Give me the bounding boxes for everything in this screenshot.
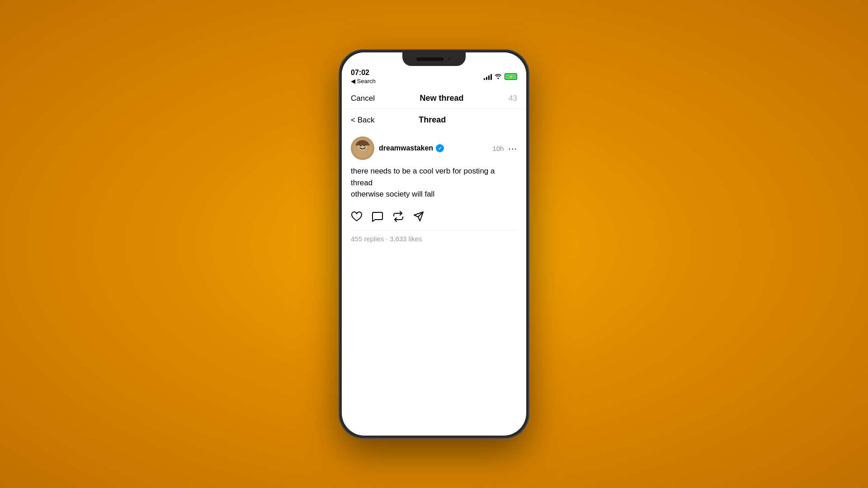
signal-bar-2 bbox=[486, 77, 487, 80]
thread-nav: < Back Thread bbox=[342, 109, 526, 129]
verified-badge: ✓ bbox=[436, 144, 444, 152]
post-author: dreamwastaken ✓ bbox=[351, 136, 444, 160]
post-line-2: otherwise society will fall bbox=[351, 190, 434, 198]
phone-device: 07:02 ◀ Search bbox=[339, 50, 529, 438]
wifi-icon bbox=[495, 73, 502, 80]
thread-page-title: Thread bbox=[419, 115, 446, 125]
repost-button[interactable] bbox=[392, 211, 404, 225]
post-body: there needs to be a cool verb for postin… bbox=[351, 165, 517, 200]
new-thread-header: Cancel New thread 43 bbox=[342, 88, 526, 109]
post-actions bbox=[351, 207, 517, 228]
post-meta: 10h ··· bbox=[492, 143, 517, 154]
speaker-icon bbox=[416, 57, 443, 61]
phone-notch bbox=[402, 52, 466, 66]
app-content: < Back Thread bbox=[342, 109, 526, 248]
author-info: dreamwastaken ✓ bbox=[379, 144, 444, 152]
post-line-1: there needs to be a cool verb for postin… bbox=[351, 167, 495, 187]
new-thread-title: New thread bbox=[420, 94, 463, 103]
share-button[interactable] bbox=[413, 211, 424, 225]
post-header: dreamwastaken ✓ 10h ··· bbox=[351, 136, 517, 160]
post-time: 10h bbox=[492, 145, 504, 152]
back-button[interactable]: < Back bbox=[351, 116, 374, 125]
post-stats: 455 replies · 3,633 likes bbox=[351, 230, 517, 248]
comment-button[interactable] bbox=[372, 211, 383, 225]
camera-icon bbox=[447, 57, 452, 61]
char-count: 43 bbox=[509, 94, 517, 103]
like-button[interactable] bbox=[351, 211, 363, 225]
signal-bar-3 bbox=[488, 75, 490, 80]
status-time: 07:02 bbox=[351, 69, 376, 77]
signal-bar-4 bbox=[491, 74, 492, 80]
avatar[interactable] bbox=[351, 136, 374, 160]
thread-post: dreamwastaken ✓ 10h ··· there needs to b… bbox=[342, 129, 526, 248]
phone-screen: 07:02 ◀ Search bbox=[342, 52, 526, 436]
status-icons: ⚡ bbox=[484, 73, 517, 80]
more-options-button[interactable]: ··· bbox=[508, 143, 517, 154]
signal-bar-1 bbox=[484, 78, 485, 80]
status-back-label[interactable]: ◀ Search bbox=[351, 78, 376, 84]
author-name[interactable]: dreamwastaken bbox=[379, 144, 433, 152]
cancel-button[interactable]: Cancel bbox=[351, 94, 375, 103]
battery-icon: ⚡ bbox=[505, 73, 517, 80]
signal-icon bbox=[484, 74, 492, 80]
